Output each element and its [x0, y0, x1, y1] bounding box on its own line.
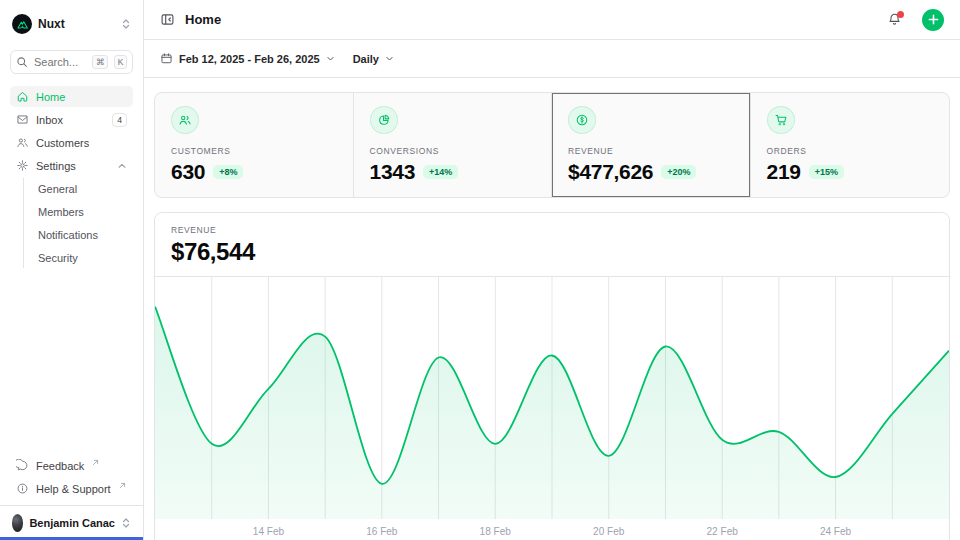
- add-button[interactable]: [922, 9, 944, 31]
- x-axis-label: 22 Feb: [707, 526, 739, 537]
- avatar: [12, 514, 23, 532]
- revenue-area-chart[interactable]: 14 Feb16 Feb18 Feb20 Feb22 Feb24 Feb: [155, 277, 949, 540]
- stat-delta-badge: +8%: [213, 165, 243, 179]
- granularity-label: Daily: [353, 53, 379, 65]
- chevron-up-icon: [117, 161, 127, 171]
- chevron-up-down-icon: [121, 18, 131, 30]
- main-panel: Home Feb 12, 2025 - Feb 26, 2025 Daily: [144, 0, 960, 540]
- notification-dot: [897, 11, 904, 18]
- sidebar-item-security[interactable]: Security: [34, 247, 133, 268]
- user-name: Benjamin Canac: [29, 517, 115, 529]
- sidebar-item-home[interactable]: Home: [10, 86, 133, 107]
- chart-title: REVENUE: [171, 225, 933, 235]
- date-range-label: Feb 12, 2025 - Feb 26, 2025: [179, 53, 320, 65]
- inbox-icon: [16, 113, 29, 126]
- stat-card-customers[interactable]: CUSTOMERS 630 +8%: [155, 93, 354, 197]
- sidebar: Nuxt ⌘ K Home Inbo: [0, 0, 144, 540]
- stat-label: ORDERS: [767, 146, 934, 156]
- workspace-switcher[interactable]: Nuxt: [10, 10, 133, 36]
- stat-card-conversions[interactable]: CONVERSIONS 1343 +14%: [354, 93, 553, 197]
- sidebar-footer: Feedback Help & Support: [10, 455, 133, 505]
- page-header: Home: [144, 0, 960, 40]
- nuxt-logo-icon: [12, 14, 32, 34]
- sidebar-item-customers[interactable]: Customers: [10, 132, 133, 153]
- feedback-link[interactable]: Feedback: [10, 455, 133, 476]
- stat-value: 1343: [370, 160, 416, 184]
- workspace-name: Nuxt: [38, 17, 115, 31]
- sidebar-subitem-label: Security: [38, 252, 78, 264]
- x-axis-label: 24 Feb: [820, 526, 852, 537]
- sidebar-item-general[interactable]: General: [34, 178, 133, 199]
- stat-label: CUSTOMERS: [171, 146, 337, 156]
- sidebar-subitem-label: General: [38, 183, 77, 195]
- date-range-picker[interactable]: Feb 12, 2025 - Feb 26, 2025: [160, 52, 335, 65]
- info-circle-icon: [16, 482, 29, 495]
- chevron-down-icon: [385, 54, 394, 63]
- sidebar-item-settings[interactable]: Settings: [10, 155, 133, 176]
- notifications-button[interactable]: [887, 12, 902, 27]
- sidebar-item-label: Home: [36, 91, 65, 103]
- granularity-select[interactable]: Daily: [353, 53, 394, 65]
- inbox-count-badge: 4: [112, 113, 127, 127]
- stat-card-orders[interactable]: ORDERS 219 +15%: [751, 93, 950, 197]
- external-link-icon: [92, 459, 99, 466]
- sidebar-subitem-label: Notifications: [38, 229, 98, 241]
- sidebar-subitem-label: Members: [38, 206, 84, 218]
- app-window: Nuxt ⌘ K Home Inbo: [0, 0, 960, 540]
- user-menu[interactable]: Benjamin Canac: [0, 505, 143, 540]
- chat-bubble-icon: [16, 459, 29, 472]
- search-icon: [16, 56, 28, 68]
- stat-card-revenue[interactable]: REVENUE $477,626 +20%: [552, 93, 751, 197]
- x-axis-label: 20 Feb: [593, 526, 625, 537]
- home-icon: [16, 90, 29, 103]
- stat-delta-badge: +14%: [423, 165, 458, 179]
- plus-icon: [928, 14, 939, 25]
- stat-label: CONVERSIONS: [370, 146, 536, 156]
- page-title: Home: [185, 12, 877, 27]
- pie-chart-icon: [370, 106, 398, 134]
- stat-label: REVENUE: [568, 146, 734, 156]
- kbd-k: K: [114, 55, 127, 69]
- x-axis-label: 14 Feb: [253, 526, 285, 537]
- external-link-icon: [119, 482, 126, 489]
- sidebar-nav: Home Inbox 4 Customers Setting: [10, 86, 133, 268]
- x-axis-label: 18 Feb: [480, 526, 512, 537]
- sidebar-item-inbox[interactable]: Inbox 4: [10, 109, 133, 130]
- sidebar-item-notifications[interactable]: Notifications: [34, 224, 133, 245]
- chevron-up-down-icon: [121, 517, 131, 529]
- sidebar-item-label: Inbox: [36, 114, 63, 126]
- x-axis-label: 16 Feb: [366, 526, 398, 537]
- chevron-down-icon: [326, 54, 335, 63]
- filters-toolbar: Feb 12, 2025 - Feb 26, 2025 Daily: [144, 40, 960, 78]
- stat-delta-badge: +15%: [809, 165, 844, 179]
- chart-header: REVENUE $76,544: [155, 213, 949, 277]
- sidebar-item-label: Customers: [36, 137, 89, 149]
- cart-icon: [767, 106, 795, 134]
- settings-submenu: General Members Notifications Security: [23, 178, 133, 268]
- calendar-icon: [160, 52, 173, 65]
- users-icon: [171, 106, 199, 134]
- search-field[interactable]: [34, 56, 86, 68]
- collapse-sidebar-icon[interactable]: [160, 12, 175, 27]
- help-support-link[interactable]: Help & Support: [10, 478, 133, 499]
- stat-value: $477,626: [568, 160, 653, 184]
- kbd-meta: ⌘: [92, 55, 108, 69]
- gear-icon: [16, 159, 29, 172]
- chart-current-value: $76,544: [171, 238, 933, 266]
- users-icon: [16, 136, 29, 149]
- revenue-chart-card: REVENUE $76,544 14 Feb16 Feb18 Feb20 Feb…: [154, 212, 950, 540]
- dashboard-content: CUSTOMERS 630 +8% CONVERSIONS 1343 +14%: [144, 78, 960, 540]
- sidebar-item-label: Feedback: [36, 460, 84, 472]
- stat-value: 219: [767, 160, 801, 184]
- stats-row: CUSTOMERS 630 +8% CONVERSIONS 1343 +14%: [154, 92, 950, 198]
- stat-delta-badge: +20%: [661, 165, 696, 179]
- sidebar-item-label: Settings: [36, 160, 76, 172]
- sidebar-item-members[interactable]: Members: [34, 201, 133, 222]
- search-input[interactable]: ⌘ K: [10, 50, 133, 74]
- stat-value: 630: [171, 160, 205, 184]
- sidebar-item-label: Help & Support: [36, 483, 111, 495]
- dollar-circle-icon: [568, 106, 596, 134]
